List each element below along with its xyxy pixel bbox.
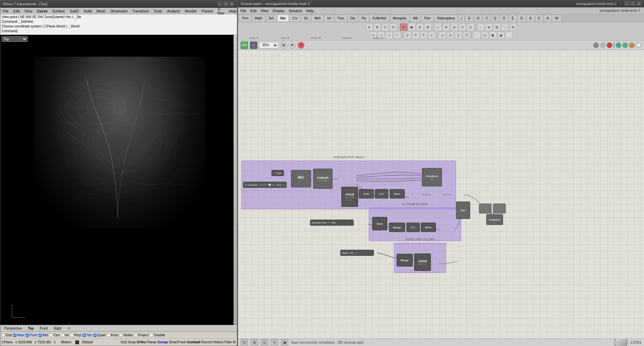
toolbar2-icon-17[interactable]: ⬜ <box>505 32 513 39</box>
toolbar-icon-5[interactable]: ⊗ <box>400 23 407 31</box>
node-zv2[interactable]: Z V <box>406 223 420 232</box>
menu-solid[interactable]: Solid <box>83 8 93 14</box>
tab-k[interactable]: K <box>465 15 474 21</box>
node-path-input[interactable]: • Path <box>271 170 284 176</box>
snap-near[interactable]: Near <box>13 333 24 337</box>
gh-menu-file[interactable]: File <box>239 8 247 13</box>
tab-vec[interactable]: Vec <box>277 15 289 21</box>
tab-trns[interactable]: Trns <box>334 15 347 21</box>
tab-g[interactable]: G <box>517 15 526 21</box>
node-argb[interactable]: ARGB A R G B [0-1] <box>341 187 358 207</box>
toolbar-icon-15[interactable]: ◈ <box>485 23 493 31</box>
tab-j2[interactable]: J <box>483 15 490 21</box>
tab-dis[interactable]: Dis <box>347 15 358 21</box>
zoom-selector[interactable]: 85% 100% 75% 50% <box>259 42 278 48</box>
gh-menu-edit[interactable]: Edit <box>249 8 258 13</box>
tab-o[interactable]: O <box>500 15 508 21</box>
gh-maximize-button[interactable]: □ <box>631 1 635 6</box>
gh-doc-icon[interactable]: □ <box>250 42 257 49</box>
menu-curve[interactable]: Curve <box>36 8 48 14</box>
snap-project[interactable]: Project <box>134 333 149 337</box>
gh-status-icon-2[interactable]: ⊞ <box>251 339 258 346</box>
toolbar-icon-12[interactable]: ⊖ <box>459 23 466 31</box>
gh-menu-solution[interactable]: Solution <box>288 8 303 13</box>
toolbar-icon-8[interactable]: ⊠ <box>424 23 432 31</box>
menu-subd[interactable]: SubD <box>68 8 80 14</box>
gh-close-button[interactable]: ✕ <box>637 1 641 6</box>
toolbar-icon-4[interactable]: ⊟ <box>390 23 397 31</box>
menu-transform[interactable]: Transform <box>131 8 150 14</box>
toolbar2-icon-4[interactable]: ⊺ <box>394 32 401 39</box>
toolbar-icon-11[interactable]: ⊗ <box>451 23 458 31</box>
canvas-warning-icon[interactable]: ✎ <box>298 42 304 49</box>
slider-steps[interactable]: Steps 10 ⊙ <box>340 250 374 256</box>
snap-mid[interactable]: Mid <box>39 333 48 337</box>
tab-crv[interactable]: Crv <box>289 15 301 21</box>
toolbar-icon-18[interactable]: ⊞ <box>509 23 517 31</box>
menu-dimension[interactable]: Dimension <box>109 8 129 14</box>
tab-flex[interactable]: Flex <box>421 15 434 21</box>
gh-status-icon-4[interactable]: ✎ <box>271 339 278 346</box>
toolbar-icon-1[interactable]: ⊕ <box>365 23 373 31</box>
tab-mosquito[interactable]: Mosquito <box>390 15 410 21</box>
toolbar-icon-16[interactable]: ▨ <box>493 23 501 31</box>
menu-file[interactable]: File <box>2 8 10 14</box>
tab-a[interactable]: A <box>526 15 535 21</box>
toolbar2-icon-15[interactable]: ▣ <box>489 32 497 39</box>
node-propertyv[interactable]: PropertyV <box>486 214 503 225</box>
snap-end[interactable]: End <box>2 333 12 337</box>
tab-w[interactable]: W <box>552 15 561 21</box>
viewport-selector[interactable]: Top Perspective Front Right <box>2 36 28 42</box>
toolbar-icon-2[interactable]: ⊞ <box>374 23 381 31</box>
menu-mesh[interactable]: Mesh <box>95 8 106 14</box>
node-range1[interactable]: Range <box>389 223 405 232</box>
node-argb2[interactable]: ARGB A R G B <box>414 253 431 271</box>
snap-int[interactable]: Int <box>61 333 69 337</box>
rhino-view-container[interactable]: Top Perspective Front Right <box>0 35 237 325</box>
node-img[interactable]: IMG ↓ ↓ <box>291 170 311 187</box>
tab-a2[interactable]: A <box>544 15 552 21</box>
snap-quad[interactable]: Quad <box>93 333 105 337</box>
minimize-button[interactable]: ─ <box>217 2 222 6</box>
snap-perp[interactable]: Perp <box>70 333 81 337</box>
node-far-right-1[interactable]: ··· <box>479 204 492 214</box>
tab-msh[interactable]: Msh <box>311 15 324 21</box>
menu-edit[interactable]: Edit <box>12 8 21 14</box>
tab-h[interactable]: H <box>474 15 482 21</box>
tab-fly[interactable]: Fly <box>358 15 369 21</box>
view-tab-front[interactable]: Front <box>39 326 49 331</box>
gh-canvas[interactable]: TOPOGRAPHY MESH CUTTING PLANES TOPO LINE… <box>238 50 644 339</box>
view-tab-perspective[interactable]: Perspective <box>3 326 23 331</box>
node-more1[interactable]: More <box>390 189 405 198</box>
gh-menu-display[interactable]: Display <box>271 8 286 13</box>
node-more2[interactable]: More <box>421 223 436 232</box>
node-zv1[interactable]: Z V <box>375 189 388 198</box>
tab-v[interactable]: V <box>535 15 543 21</box>
menu-render[interactable]: Render <box>184 8 198 14</box>
toolbar2-icon-14[interactable]: ◫ <box>481 32 489 39</box>
gh-menu-view[interactable]: View <box>260 8 270 13</box>
canvas-fit-icon[interactable]: ⊞ <box>280 42 287 49</box>
toolbar-icon-6[interactable]: ▣ <box>408 23 415 31</box>
menu-analyze[interactable]: Analyze <box>166 8 181 14</box>
toolbar2-icon-10[interactable]: ⋀ <box>447 32 454 39</box>
snap-vertex[interactable]: Vertex <box>119 333 133 337</box>
gh-status-icon-3[interactable]: ◎ <box>261 339 268 346</box>
snap-disable[interactable]: Disable <box>150 333 165 337</box>
toolbar2-icon-8[interactable]: ⊾ <box>428 32 436 39</box>
menu-help[interactable]: Help <box>228 8 238 14</box>
toolbar2-icon-9[interactable]: ⊿ <box>439 32 446 39</box>
tab-q[interactable]: Q <box>491 15 499 21</box>
vertical-scrollbar[interactable] <box>234 35 237 325</box>
node-aplusb[interactable]: A+B <box>359 189 374 198</box>
node-far-right-2[interactable]: ··· <box>493 204 506 214</box>
gh-minimize-button[interactable]: ─ <box>625 1 629 6</box>
gh-logo-icon[interactable]: GH <box>241 42 248 49</box>
node-dom[interactable]: Dom <box>372 217 387 230</box>
views-icon[interactable]: ⟳ <box>68 327 70 330</box>
rhino-canvas[interactable]: x y <box>0 35 237 325</box>
toolbar2-icon-11[interactable]: ⋁ <box>455 32 462 39</box>
tab-wb[interactable]: Wb <box>410 15 421 21</box>
toolbar2-icon-7[interactable]: ⊽ <box>420 32 428 39</box>
node-range2[interactable]: Range <box>397 254 413 267</box>
